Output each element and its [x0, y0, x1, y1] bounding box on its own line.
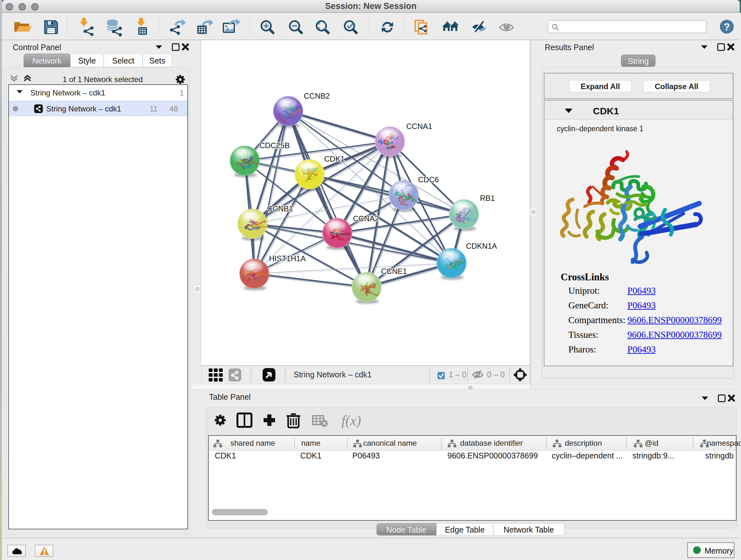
- svg-text:1 – 0: 1 – 0: [449, 370, 467, 379]
- svg-text:CCNA2: CCNA2: [353, 214, 379, 223]
- svg-text:CDK1: CDK1: [324, 154, 345, 163]
- svg-text:CCNB1: CCNB1: [267, 204, 293, 213]
- svg-text:CDC25B: CDC25B: [259, 141, 290, 150]
- svg-text:RB1: RB1: [480, 194, 495, 202]
- svg-text:String Network – cdk1: String Network – cdk1: [293, 370, 372, 379]
- svg-text:f(x): f(x): [341, 413, 361, 428]
- svg-text:HIST1H1A: HIST1H1A: [269, 254, 306, 263]
- svg-text:CDKN1A: CDKN1A: [466, 242, 497, 250]
- svg-text:0 – 0: 0 – 0: [487, 370, 505, 379]
- svg-text:CCNB2: CCNB2: [304, 91, 330, 100]
- svg-text:CDC6: CDC6: [418, 175, 439, 184]
- svg-text:CCNE1: CCNE1: [381, 267, 407, 275]
- svg-text:CCNA1: CCNA1: [406, 122, 432, 131]
